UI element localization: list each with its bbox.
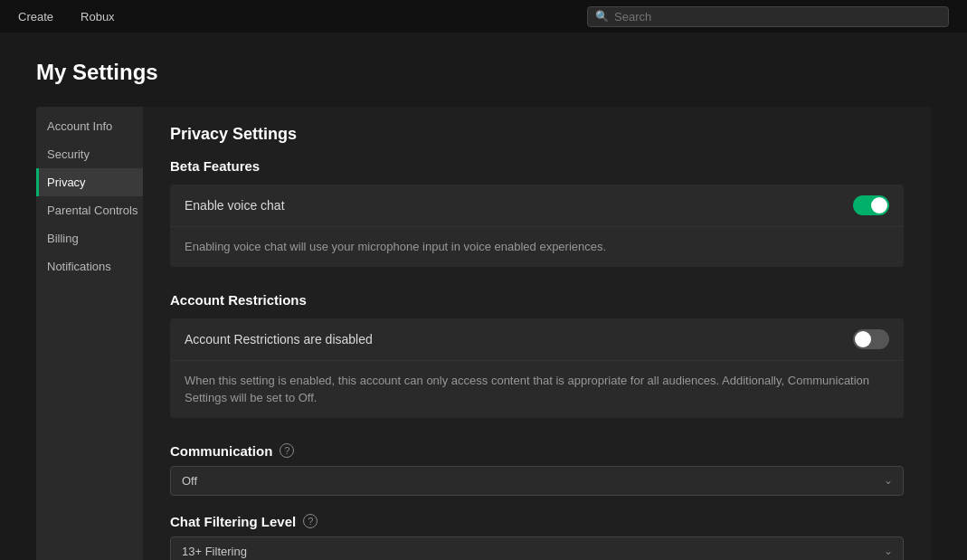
- voice-chat-toggle-knob: [871, 197, 887, 214]
- chat-filtering-header: Chat Filtering Level ?: [170, 514, 904, 529]
- account-restrictions-row: Account Restrictions are disabled: [170, 318, 904, 361]
- nav-create[interactable]: Create: [18, 10, 53, 24]
- account-restrictions-toggle-knob: [855, 331, 871, 347]
- account-restrictions-label: Account Restrictions are disabled: [185, 332, 373, 346]
- communication-dropdown[interactable]: Off Friends Everyone: [170, 466, 904, 496]
- sidebar: Account Info Security Privacy Parental C…: [36, 107, 143, 560]
- sidebar-item-billing[interactable]: Billing: [36, 224, 143, 252]
- nav-robux[interactable]: Robux: [81, 10, 115, 24]
- top-navigation: Create Robux 🔍: [0, 0, 967, 33]
- main-content: Privacy Settings Beta Features Enable vo…: [143, 107, 931, 560]
- chat-filtering-dropdown[interactable]: 13+ Filtering Standard Filtering: [170, 536, 904, 561]
- voice-chat-description: Enabling voice chat will use your microp…: [170, 227, 904, 267]
- privacy-settings-title: Privacy Settings: [170, 125, 904, 144]
- chat-filtering-section: Chat Filtering Level ? 13+ Filtering Sta…: [170, 514, 904, 561]
- voice-chat-toggle[interactable]: [853, 195, 889, 215]
- communication-section: Communication ? Off Friends Everyone ⌄: [170, 443, 904, 496]
- account-restrictions-description: When this setting is enabled, this accou…: [170, 361, 904, 418]
- sidebar-item-notifications[interactable]: Notifications: [36, 252, 143, 280]
- voice-chat-toggle-track: [853, 195, 889, 215]
- voice-chat-row: Enable voice chat: [170, 185, 904, 227]
- beta-features-card: Enable voice chat Enabling voice chat wi…: [170, 185, 904, 267]
- voice-chat-label: Enable voice chat: [185, 198, 285, 213]
- sidebar-item-security[interactable]: Security: [36, 140, 143, 168]
- chat-filtering-title: Chat Filtering Level: [170, 514, 296, 529]
- communication-info-icon[interactable]: ?: [280, 443, 294, 458]
- beta-features-title: Beta Features: [170, 158, 904, 174]
- communication-header: Communication ?: [170, 443, 904, 459]
- sidebar-item-parental-controls[interactable]: Parental Controls: [36, 196, 143, 224]
- search-icon: 🔍: [595, 10, 609, 23]
- page-container: My Settings Account Info Security Privac…: [0, 33, 967, 560]
- account-restrictions-card: Account Restrictions are disabled When t…: [170, 318, 904, 418]
- chat-filtering-info-icon[interactable]: ?: [303, 514, 318, 528]
- chat-filtering-dropdown-wrapper: 13+ Filtering Standard Filtering ⌄: [170, 536, 904, 561]
- sidebar-item-privacy[interactable]: Privacy: [36, 168, 143, 196]
- beta-features-section: Beta Features Enable voice chat Enabling…: [170, 158, 904, 267]
- content-layout: Account Info Security Privacy Parental C…: [36, 107, 931, 560]
- account-restrictions-toggle[interactable]: [853, 329, 889, 349]
- communication-dropdown-wrapper: Off Friends Everyone ⌄: [170, 466, 904, 496]
- search-bar: 🔍: [587, 6, 949, 27]
- search-input[interactable]: [614, 10, 941, 24]
- account-restrictions-toggle-track: [853, 329, 889, 349]
- sidebar-item-account-info[interactable]: Account Info: [36, 112, 143, 140]
- communication-title: Communication: [170, 443, 272, 459]
- account-restrictions-section: Account Restrictions Account Restriction…: [170, 292, 904, 418]
- account-restrictions-title: Account Restrictions: [170, 292, 904, 308]
- page-title: My Settings: [36, 60, 931, 85]
